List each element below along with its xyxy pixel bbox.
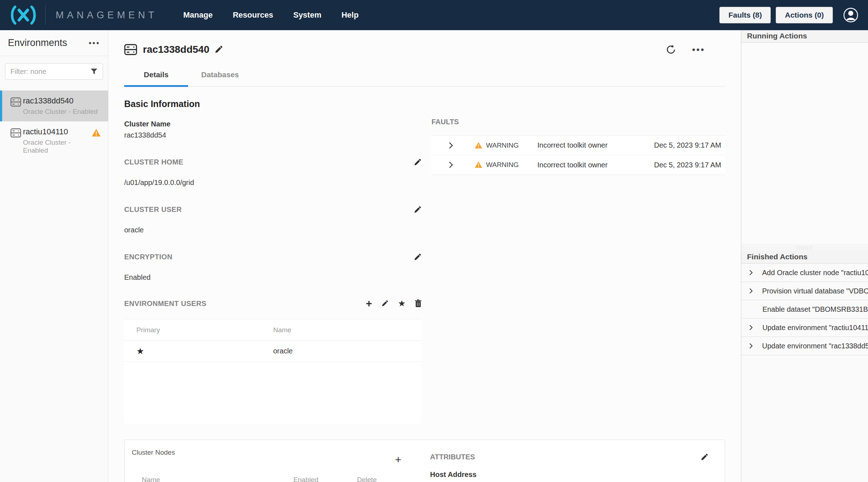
nav-help[interactable]: Help bbox=[341, 10, 359, 20]
filter-funnel-icon[interactable] bbox=[90, 68, 98, 75]
cluster-user-label: CLUSTER USER bbox=[124, 205, 182, 214]
nodes-col-name: Name bbox=[132, 476, 275, 482]
sidebar-more-icon[interactable]: ••• bbox=[89, 38, 100, 48]
attributes-section: ATTRIBUTES Host Address rac1338dd542.dco… bbox=[410, 449, 725, 482]
cluster-icon bbox=[124, 44, 137, 55]
chevron-right-icon[interactable] bbox=[448, 142, 454, 149]
faults-section-label: FAULTS bbox=[431, 118, 725, 126]
finished-action-row[interactable]: Provision virtual database "VDBO_... bbox=[741, 282, 868, 300]
warning-icon bbox=[475, 161, 482, 168]
finished-action-text: Provision virtual database "VDBO_... bbox=[762, 287, 868, 295]
fault-severity: WARNING bbox=[486, 142, 519, 149]
finished-actions-header: Finished Actions bbox=[741, 251, 868, 264]
primary-star-icon: ★ bbox=[124, 346, 273, 356]
cluster-name-label: Cluster Name bbox=[124, 120, 421, 128]
environment-users-label: ENVIRONMENT USERS bbox=[124, 300, 206, 308]
finished-action-row[interactable]: Update environment "ractiu104110". bbox=[741, 319, 868, 337]
fault-title: Incorrect toolkit owner bbox=[537, 141, 633, 149]
environment-users-table: Primary Name ★ oracle bbox=[124, 319, 421, 424]
finished-action-row[interactable]: Enable dataset "DBOMSRB331B3". bbox=[741, 300, 868, 319]
warning-icon bbox=[475, 142, 482, 149]
filter-container bbox=[0, 56, 108, 85]
users-col-name: Name bbox=[273, 326, 421, 334]
environment-subtitle: Oracle Cluster - Enabled bbox=[23, 139, 90, 154]
attributes-label: ATTRIBUTES bbox=[430, 453, 475, 461]
page-title: rac1338dd540 bbox=[143, 44, 209, 55]
tab-databases[interactable]: Databases bbox=[188, 70, 252, 86]
main-more-icon[interactable]: ••• bbox=[692, 44, 705, 55]
edit-user-icon[interactable] bbox=[381, 300, 388, 307]
chevron-right-icon[interactable] bbox=[748, 269, 753, 276]
panel-resize-grip[interactable]: :::::::: bbox=[741, 244, 868, 251]
actions-panel: Running Actions :::::::: Finished Action… bbox=[741, 30, 868, 482]
environments-sidebar: Environments ••• rac1338dd540 bbox=[0, 30, 108, 482]
filter-input[interactable] bbox=[5, 63, 103, 80]
edit-encryption-icon[interactable] bbox=[414, 253, 421, 261]
finished-action-row[interactable]: Add Oracle cluster node "ractiu104... bbox=[741, 264, 868, 282]
finished-action-text: Update environment "ractiu104110". bbox=[762, 324, 868, 332]
users-col-primary: Primary bbox=[124, 326, 273, 334]
cluster-nodes-label: Cluster Nodes bbox=[132, 449, 175, 456]
finished-actions-list: Add Oracle cluster node "ractiu104... Pr… bbox=[741, 264, 868, 355]
sidebar-header: Environments ••• bbox=[0, 30, 108, 56]
encryption-label: ENCRYPTION bbox=[124, 253, 172, 261]
fault-severity: WARNING bbox=[486, 161, 519, 169]
delphix-logo-icon bbox=[9, 5, 37, 25]
tab-details[interactable]: Details bbox=[124, 70, 188, 86]
fault-row[interactable]: WARNING Incorrect toolkit owner Dec 5, 2… bbox=[431, 136, 725, 155]
edit-title-icon[interactable] bbox=[214, 45, 223, 54]
brand-divider bbox=[45, 5, 46, 25]
section-basic-information: Basic Information bbox=[124, 99, 725, 109]
nav-resources[interactable]: Resources bbox=[233, 10, 273, 20]
add-user-icon[interactable]: + bbox=[366, 297, 372, 310]
chevron-right-icon[interactable] bbox=[748, 288, 753, 294]
top-bar: MANAGEMENT Manage Resources System Help … bbox=[0, 0, 868, 30]
environment-name: ractiu104110 bbox=[23, 127, 90, 136]
actions-button[interactable]: Actions (0) bbox=[776, 7, 833, 23]
topbar-right: Faults (8) Actions (0) bbox=[719, 7, 859, 23]
finished-action-text: Update environment "rac1338dd54... bbox=[762, 342, 868, 350]
cluster-nodes-card: Cluster Nodes + Name Enabled Delete rac1… bbox=[124, 440, 725, 482]
edit-cluster-user-icon[interactable] bbox=[414, 206, 421, 214]
nav-system[interactable]: System bbox=[293, 10, 321, 20]
set-primary-user-icon[interactable]: ★ bbox=[398, 298, 406, 309]
finished-action-row[interactable]: Update environment "rac1338dd54... bbox=[741, 337, 868, 355]
running-actions-list bbox=[741, 43, 868, 244]
chevron-right-icon[interactable] bbox=[748, 343, 753, 349]
edit-attributes-icon[interactable] bbox=[700, 453, 708, 461]
environment-subtitle: Oracle Cluster - Enabled bbox=[23, 108, 101, 116]
add-node-icon[interactable]: + bbox=[395, 454, 401, 466]
running-actions-header: Running Actions bbox=[741, 30, 868, 43]
finished-action-text: Add Oracle cluster node "ractiu104... bbox=[762, 269, 868, 277]
nodes-col-delete: Delete bbox=[336, 476, 397, 482]
edit-cluster-home-icon[interactable] bbox=[414, 158, 421, 166]
environment-user-row[interactable]: ★ oracle bbox=[124, 341, 421, 362]
environment-list: rac1338dd540 Oracle Cluster - Enabled ra… bbox=[0, 91, 108, 160]
cluster-user-value: oracle bbox=[124, 226, 421, 234]
cluster-home-value: /u01/app/19.0.0.0/grid bbox=[124, 179, 421, 187]
brand-text: MANAGEMENT bbox=[56, 10, 158, 21]
top-navigation: Manage Resources System Help bbox=[183, 10, 359, 20]
cluster-icon bbox=[9, 128, 23, 138]
chevron-right-icon[interactable] bbox=[448, 161, 454, 169]
user-name: oracle bbox=[273, 347, 421, 355]
nav-manage[interactable]: Manage bbox=[183, 10, 213, 20]
sidebar-title: Environments bbox=[8, 37, 67, 48]
cluster-name-value: rac1338dd54 bbox=[124, 131, 421, 139]
chevron-right-icon[interactable] bbox=[748, 324, 753, 331]
finished-action-text: Enable dataset "DBOMSRB331B3". bbox=[762, 305, 868, 314]
cluster-icon bbox=[9, 97, 23, 107]
environment-list-item[interactable]: ractiu104110 Oracle Cluster - Enabled bbox=[0, 121, 108, 160]
tab-bar: Details Databases bbox=[124, 70, 725, 87]
delphix-logo[interactable] bbox=[9, 5, 37, 25]
refresh-icon[interactable] bbox=[666, 44, 676, 55]
user-profile-icon[interactable] bbox=[843, 7, 859, 23]
environment-list-item[interactable]: rac1338dd540 Oracle Cluster - Enabled bbox=[0, 91, 108, 121]
fault-date: Dec 5, 2023 9:17 AM bbox=[654, 141, 721, 149]
fault-date: Dec 5, 2023 9:17 AM bbox=[654, 161, 721, 169]
faults-button[interactable]: Faults (8) bbox=[719, 7, 771, 23]
cluster-nodes-table: Name Enabled Delete rac1338dd541 rac1338… bbox=[132, 469, 410, 482]
environment-name: rac1338dd540 bbox=[23, 96, 101, 106]
delete-user-icon[interactable] bbox=[415, 300, 421, 307]
fault-row[interactable]: WARNING Incorrect toolkit owner Dec 5, 2… bbox=[431, 155, 725, 175]
